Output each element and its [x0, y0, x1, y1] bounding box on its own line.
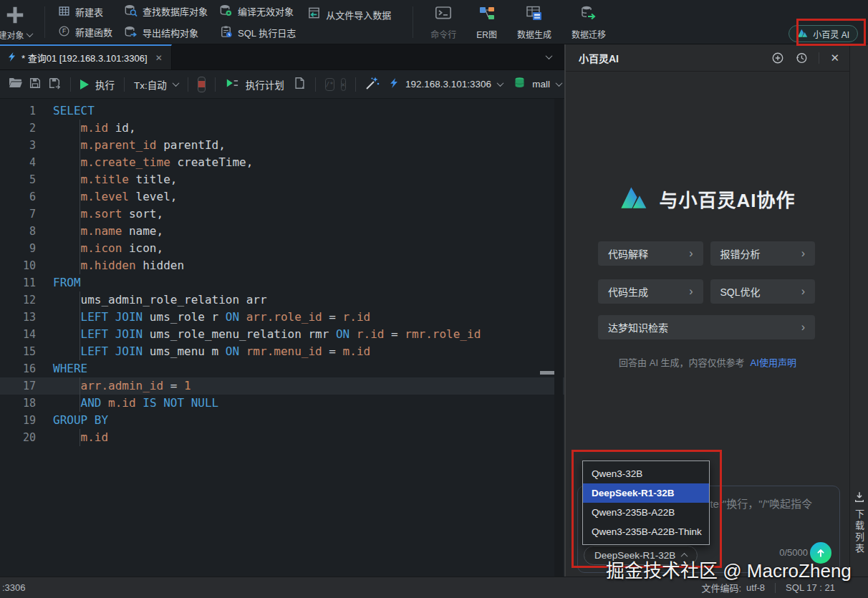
new-chat-icon[interactable]	[771, 52, 784, 64]
query-lightning-icon	[7, 52, 16, 64]
model-option[interactable]: Qwen3-235B-A22B	[583, 503, 709, 522]
status-bar: :3306 文件编码: utf-8 SQL 17 : 21	[0, 577, 868, 598]
run-label[interactable]: 执行	[95, 77, 115, 92]
model-dropdown-menu: Qwen3-32BDeepSeek-R1-32BQwen3-235B-A22BQ…	[582, 460, 710, 545]
connection-selector[interactable]: 192.168.3.101:3306	[405, 79, 491, 90]
sql-log-icon	[219, 25, 233, 41]
line-number: 16	[0, 360, 36, 377]
code-line-3[interactable]: 3 m.parent_id parentId,	[0, 137, 564, 154]
code-line-4[interactable]: 4 m.create_time createTime,	[0, 154, 564, 171]
code-line-2[interactable]: 2 m.id id,	[0, 120, 564, 137]
download-list-button[interactable]: 下载列表	[852, 491, 866, 555]
model-selector[interactable]: DeepSeek-R1-32B	[584, 546, 698, 565]
chevron-up-icon	[681, 553, 688, 560]
explain-plan-label[interactable]: 执行计划	[246, 77, 284, 92]
send-button[interactable]	[810, 542, 831, 564]
beautify-wand-icon[interactable]	[365, 76, 380, 93]
ai-assistant-button[interactable]: 小百灵 AI	[789, 25, 858, 42]
explain-plan-icon[interactable]	[225, 77, 239, 92]
code-line-7[interactable]: 7 m.sort sort,	[0, 206, 564, 223]
code-line-9[interactable]: 9 m.icon icon,	[0, 240, 564, 257]
new-table-button[interactable]: 新建表	[58, 5, 112, 19]
encoding-value[interactable]: utf-8	[746, 582, 765, 593]
code-line-13[interactable]: 13 LEFT JOIN ums_role r ON arr.role_id =…	[0, 309, 564, 326]
bailing-logo-icon	[797, 28, 809, 40]
open-folder-icon[interactable]	[9, 77, 22, 92]
code-line-18[interactable]: 18 AND m.id IS NOT NULL	[0, 395, 564, 412]
cursor-position[interactable]: SQL 17 : 21	[786, 582, 835, 593]
run-icon[interactable]	[80, 79, 89, 90]
model-option[interactable]: Qwen3-32B	[583, 464, 709, 483]
er-diagram-icon	[478, 5, 496, 25]
sql-editor[interactable]: 1SELECT2 m.id id,3 m.parent_id parentId,…	[0, 99, 564, 577]
data-migrate-button[interactable]: 数据迁移	[572, 0, 606, 40]
tab-close-icon[interactable]: ✕	[155, 53, 163, 63]
code-line-14[interactable]: 14 LEFT JOIN ums_role_menu_relation rmr …	[0, 326, 564, 343]
data-generate-button[interactable]: 数据生成	[517, 0, 551, 40]
line-number: 2	[0, 120, 36, 137]
save-icon[interactable]	[29, 77, 42, 92]
code-line-16[interactable]: 16WHERE	[0, 360, 564, 377]
code-line-10[interactable]: 10 m.hidden hidden	[0, 257, 564, 274]
database-selector[interactable]: mall	[532, 79, 550, 90]
db-export-icon	[124, 25, 138, 41]
code-line-8[interactable]: 8 m.name name,	[0, 223, 564, 240]
quick-action-button-0[interactable]: 代码解释›	[598, 241, 703, 266]
close-panel-icon[interactable]: ✕	[830, 52, 839, 64]
history-icon[interactable]	[795, 52, 808, 64]
line-number: 20	[0, 429, 36, 446]
knowledge-search-button[interactable]: 达梦知识检索 ›	[598, 315, 815, 339]
line-number: 13	[0, 309, 36, 326]
chevron-down-icon[interactable]	[555, 79, 562, 87]
code-lines: 1SELECT2 m.id id,3 m.parent_id parentId,…	[0, 102, 564, 446]
quick-action-button-1[interactable]: 报错分析›	[710, 241, 816, 266]
comment-icon[interactable]: /*	[325, 78, 334, 91]
tab-query01[interactable]: * 查询01 [192.168.3.101:3306] ✕	[0, 44, 172, 69]
quick-action-button-2[interactable]: 代码生成›	[598, 279, 703, 304]
ai-terms-link[interactable]: AI使用声明	[751, 357, 796, 368]
line-number: 17	[0, 377, 36, 395]
code-line-6[interactable]: 6 m.level level,	[0, 188, 564, 206]
tab-bar: * 查询01 [192.168.3.101:3306] ✕	[0, 44, 564, 70]
code-line-20[interactable]: 20 m.id	[0, 429, 564, 446]
import-file-icon	[307, 6, 321, 22]
model-option[interactable]: Qwen3-235B-A22B-Think	[583, 522, 709, 541]
document-export-icon[interactable]	[294, 77, 306, 92]
model-option[interactable]: DeepSeek-R1-32B	[583, 483, 709, 503]
char-counter: 0/5000	[779, 547, 808, 558]
stop-button[interactable]	[198, 77, 206, 92]
quick-action-button-3[interactable]: SQL优化›	[710, 279, 816, 304]
line-number: 19	[0, 412, 36, 429]
new-object-button[interactable]: 建对象	[0, 3, 37, 41]
tab-overflow-chevron-icon[interactable]	[546, 52, 553, 59]
code-line-12[interactable]: 12 ums_admin_role_relation arr	[0, 291, 564, 309]
find-db-object-button[interactable]: 查找数据库对象	[124, 4, 208, 19]
editor-pane: * 查询01 [192.168.3.101:3306] ✕ 执行	[0, 44, 564, 577]
code-line-11[interactable]: 11FROM	[0, 274, 564, 291]
import-from-file-label: 从文件导入数据	[326, 8, 391, 21]
chevron-down-icon[interactable]	[172, 79, 179, 87]
line-number: 8	[0, 223, 36, 240]
new-function-button[interactable]: F 新建函数	[58, 25, 112, 39]
download-icon	[854, 491, 865, 506]
uncomment-icon[interactable]: ✕	[341, 78, 346, 91]
code-line-1[interactable]: 1SELECT	[0, 102, 564, 120]
scrollbar-thumb[interactable]	[540, 371, 554, 375]
compile-invalid-button[interactable]: 编译无效对象	[219, 4, 296, 19]
import-from-file-button[interactable]: 从文件导入数据	[307, 6, 391, 22]
editor-scrollbar[interactable]	[554, 99, 563, 577]
code-line-19[interactable]: 19GROUP BY	[0, 412, 564, 429]
right-side-strip: 下载列表	[849, 44, 868, 577]
sql-log-button[interactable]: SQL 执行日志	[219, 25, 296, 41]
code-line-17[interactable]: 17 arr.admin_id = 1	[0, 377, 564, 395]
code-line-15[interactable]: 15 LEFT JOIN ums_menu m ON rmr.menu_id =…	[0, 343, 564, 360]
command-line-button[interactable]: 命令行	[430, 0, 456, 40]
tx-mode-dropdown[interactable]: Tx:自动	[134, 77, 167, 92]
chevron-down-icon[interactable]	[497, 79, 504, 87]
line-number: 14	[0, 326, 36, 343]
export-struct-button[interactable]: 导出结构对象	[124, 25, 208, 41]
save-as-icon[interactable]	[48, 77, 61, 92]
er-diagram-button[interactable]: ER图	[476, 0, 497, 40]
code-line-5[interactable]: 5 m.title title,	[0, 171, 564, 188]
table-grid-icon	[58, 5, 70, 19]
